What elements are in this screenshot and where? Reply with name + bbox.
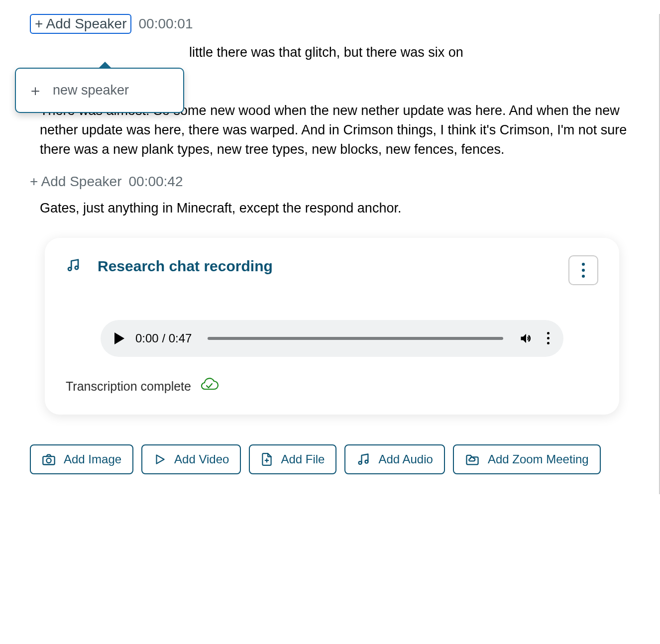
action-label: Add Image [64,452,121,466]
music-note-icon [356,452,370,466]
transcript-entry: + Add Speaker 00:00:01 little there was … [30,14,629,62]
transcript-text[interactable]: Gates, just anything in Minecraft, excep… [40,199,629,218]
new-speaker-label: new speaker [53,83,129,98]
transcript-text[interactable]: little there was that glitch, but there … [189,43,629,62]
audio-title[interactable]: Research chat recording [98,258,551,275]
attachment-actions: Add Image Add Video Add File Add Audio [30,444,629,474]
file-plus-icon [261,452,273,466]
vertical-dots-icon [582,263,585,278]
add-image-button[interactable]: Add Image [30,444,133,474]
action-label: Add Audio [378,452,433,466]
vertical-dots-icon [547,332,550,344]
add-speaker-button[interactable]: + Add Speaker [30,14,131,34]
svg-point-1 [75,266,78,269]
action-label: Add Zoom Meeting [488,452,589,466]
camera-icon [42,453,56,466]
svg-point-0 [68,267,71,270]
folder-cloud-icon [465,453,480,466]
audio-card: Research chat recording 0:00 / 0:47 Tran… [45,238,619,415]
seek-bar[interactable] [208,337,503,340]
plus-icon: ＋ [28,83,43,98]
audio-player: 0:00 / 0:47 [101,320,563,357]
music-note-icon [66,258,81,275]
add-video-button[interactable]: Add Video [141,444,241,474]
timestamp: 00:00:01 [138,16,193,32]
more-button[interactable] [568,255,598,285]
svg-point-6 [365,460,368,463]
player-time: 0:00 / 0:47 [135,331,192,345]
cloud-check-icon [199,378,219,396]
action-label: Add File [281,452,325,466]
play-button[interactable] [114,332,124,344]
svg-point-3 [46,458,51,462]
add-speaker-button[interactable]: + Add Speaker [30,174,121,190]
svg-marker-4 [157,455,164,463]
timestamp: 00:00:42 [128,174,183,190]
new-speaker-option[interactable]: ＋ new speaker [28,83,171,98]
speaker-popover: ＋ new speaker [15,68,184,113]
add-file-button[interactable]: Add File [249,444,336,474]
add-zoom-meeting-button[interactable]: Add Zoom Meeting [453,444,601,474]
transcription-status: Transcription complete [66,379,191,394]
add-audio-button[interactable]: Add Audio [344,444,444,474]
svg-point-5 [359,461,362,464]
transcript-entry: + Add Speaker 00:00:42 Gates, just anyth… [30,174,629,218]
volume-icon[interactable] [519,331,533,345]
play-outline-icon [153,453,166,466]
action-label: Add Video [174,452,229,466]
player-more-button[interactable] [544,332,550,344]
